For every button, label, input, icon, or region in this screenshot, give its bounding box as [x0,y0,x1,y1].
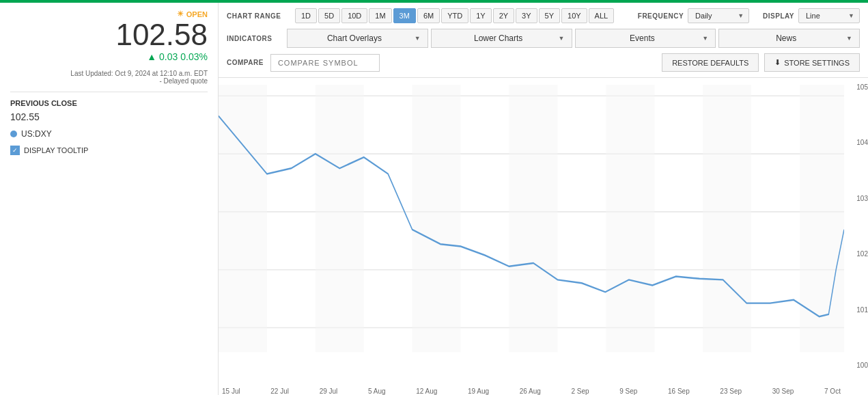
tooltip-label: DISPLAY TOOLTIP [24,146,88,154]
main-container: ☀ OPEN 102.58 ▲ 0.03 0.03% Last Updated:… [0,3,868,395]
y-label-100: 100 [856,362,868,369]
x-label: 2 Sep [572,387,589,395]
x-label: 19 Aug [468,387,489,395]
last-updated: Last Updated: Oct 9, 2024 at 12:10 a.m. … [10,70,208,77]
indicator-dd-arrow-icon: ▼ [846,35,852,42]
range-btn-1d[interactable]: 1D [295,8,317,23]
range-btn-10y[interactable]: 10Y [561,8,587,23]
frequency-group: FREQUENCY Daily Weekly Monthly ▼ [638,8,749,23]
arrow-up-icon: ▲ [147,51,156,62]
y-label-103: 103 [856,195,868,202]
symbol-label: US:DXY [21,129,52,139]
y-label-105: 105 [856,83,868,91]
indicator-dd-arrow-icon: ▼ [415,35,421,42]
controls-area: CHART RANGE 1D5D10D1M3M6MYTD1Y2Y3Y5Y10YA… [219,3,868,78]
indicator-dd-label-news: News [726,33,846,43]
x-label: 12 Aug [416,387,437,395]
chart-svg [219,85,844,374]
indicators-label: INDICATORS [227,35,281,42]
price-change: ▲ 0.03 0.03% [10,51,208,62]
x-axis-labels: 15 Jul22 Jul29 Jul5 Aug12 Aug19 Aug26 Au… [219,387,844,395]
x-label: 30 Sep [772,387,794,395]
indicator-dd-label-chart-overlays: Chart Overlays [294,33,415,43]
checkbox-check: ✓ [12,147,18,154]
svg-rect-7 [412,85,461,352]
chart-area: 105 104 103 102 101 100 15 Jul22 Jul29 J… [219,78,868,395]
x-label: 9 Sep [619,387,637,395]
compare-left: COMPARE [227,54,380,72]
frequency-label: FREQUENCY [638,12,684,20]
x-label: 16 Sep [668,387,690,395]
indicator-dd-events[interactable]: Events▼ [575,29,716,48]
display-wrapper: Line Bar Candle ▼ [798,8,860,23]
open-text: OPEN [186,10,208,18]
store-settings-button[interactable]: ⬇ STORE SETTINGS [764,53,860,72]
x-label: 22 Jul [270,387,289,395]
tooltip-row[interactable]: ✓ DISPLAY TOOLTIP [10,146,208,155]
indicator-dd-label-lower-charts: Lower Charts [438,33,559,43]
indicator-dd-lower-charts[interactable]: Lower Charts▼ [431,29,572,48]
y-label-102: 102 [856,250,868,258]
indicator-dropdowns: Chart Overlays▼Lower Charts▼Events▼News▼ [287,29,860,48]
range-btn-2y[interactable]: 2Y [493,8,514,23]
range-btn-6m[interactable]: 6M [417,8,440,23]
compare-right: RESTORE DEFAULTS ⬇ STORE SETTINGS [662,53,860,72]
x-label: 29 Jul [320,387,338,395]
x-label: 26 Aug [520,387,541,395]
prev-close-label: PREVIOUS CLOSE [10,99,208,107]
store-label: STORE SETTINGS [784,59,850,67]
range-btn-3y[interactable]: 3Y [516,8,537,23]
controls-row1: CHART RANGE 1D5D10D1M3M6MYTD1Y2Y3Y5Y10YA… [227,8,860,23]
svg-rect-9 [606,85,654,352]
change-pct: 0.03% [180,51,208,62]
y-label-104: 104 [856,139,868,146]
frequency-wrapper: Daily Weekly Monthly ▼ [688,8,749,23]
symbol-row: US:DXY [10,129,208,139]
store-icon: ⬇ [774,58,781,67]
compare-input[interactable] [270,54,380,72]
price-value: 102.58 [10,18,208,51]
change-value: 0.03 [159,51,178,62]
range-btn-5d[interactable]: 5D [318,8,340,23]
compare-label: COMPARE [227,59,264,66]
range-buttons: 1D5D10D1M3M6MYTD1Y2Y3Y5Y10YALL [295,8,614,23]
range-btn-ytd[interactable]: YTD [441,8,468,23]
range-btn-all[interactable]: ALL [589,8,615,23]
tooltip-checkbox[interactable]: ✓ [10,146,20,155]
display-group: DISPLAY Line Bar Candle ▼ [763,8,860,23]
x-label: 5 Aug [368,387,386,395]
y-axis-labels: 105 104 103 102 101 100 [856,78,868,374]
range-btn-1m[interactable]: 1M [369,8,391,23]
frequency-select[interactable]: Daily Weekly Monthly [688,8,749,23]
range-btn-3m[interactable]: 3M [393,8,416,23]
divider [10,92,208,92]
display-select[interactable]: Line Bar Candle [798,8,860,23]
indicator-dd-arrow-icon: ▼ [559,35,565,42]
x-label: 7 Oct [824,387,841,395]
left-panel: ☀ OPEN 102.58 ▲ 0.03 0.03% Last Updated:… [0,3,219,395]
indicator-dd-label-events: Events [583,33,703,43]
prev-close-value: 102.55 [10,111,208,122]
svg-rect-6 [316,85,364,352]
indicators-row: INDICATORS Chart Overlays▼Lower Charts▼E… [227,29,860,48]
delayed-quote: - Delayed quote [10,77,208,85]
restore-defaults-button[interactable]: RESTORE DEFAULTS [662,53,759,72]
range-btn-1y[interactable]: 1Y [470,8,491,23]
indicator-dd-news[interactable]: News▼ [718,29,860,48]
chart-range-label: CHART RANGE [227,12,281,20]
indicator-dd-arrow-icon: ▼ [702,35,708,42]
range-btn-5y[interactable]: 5Y [539,8,560,23]
range-btn-10d[interactable]: 10D [341,8,367,23]
indicator-dd-chart-overlays[interactable]: Chart Overlays▼ [287,29,428,48]
svg-rect-11 [800,85,844,352]
price-header: ☀ OPEN 102.58 ▲ 0.03 0.03% [10,10,208,66]
x-label: 23 Sep [720,387,742,395]
compare-row: COMPARE RESTORE DEFAULTS ⬇ STORE SETTING… [227,53,860,72]
blue-dot-icon [10,131,17,137]
x-label: 15 Jul [222,387,240,395]
svg-rect-10 [703,85,751,352]
display-label: DISPLAY [763,12,794,20]
right-panel: CHART RANGE 1D5D10D1M3M6MYTD1Y2Y3Y5Y10YA… [219,3,868,395]
y-label-101: 101 [856,306,868,314]
svg-rect-8 [509,85,557,352]
